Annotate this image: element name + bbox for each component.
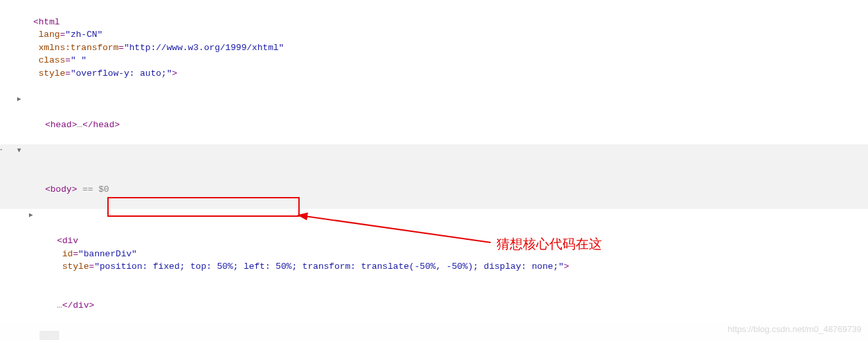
overflow-dots-icon: ⋯ (0, 145, 2, 156)
body-element-selected[interactable]: ⋯ <body> == $0 (0, 144, 868, 209)
annotation-label: 猜想核心代码在这 (497, 235, 602, 254)
html-open-tag[interactable]: <html lang="zh-CN" xmlns:transform="http… (0, 3, 868, 93)
collapse-arrow-icon[interactable] (14, 146, 24, 156)
head-element[interactable]: <head>…</head> (0, 93, 868, 144)
expand-arrow-icon[interactable] (14, 95, 24, 105)
bottom-indicator (40, 331, 59, 340)
selected-node-marker: == $0 (77, 184, 109, 194)
banner-div-element[interactable]: <div id="bannerDiv" style="position: fix… (0, 209, 868, 286)
devtools-elements-panel: <html lang="zh-CN" xmlns:transform="http… (0, 0, 868, 340)
expand-arrow-icon[interactable] (26, 211, 36, 221)
banner-div-close[interactable]: …</div> (0, 286, 868, 325)
bottom-strip (0, 322, 868, 340)
